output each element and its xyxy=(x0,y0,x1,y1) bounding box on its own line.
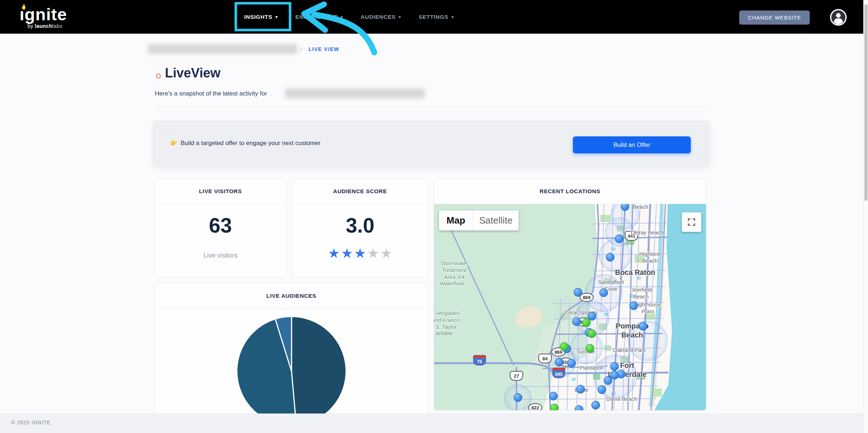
page-footer: © 2025 IGNITE xyxy=(0,413,863,433)
change-website-button[interactable]: CHANGE WEBSITE xyxy=(739,10,810,25)
live-visitors-title: LIVE VISITORS xyxy=(155,179,286,204)
map-terrain xyxy=(434,204,706,411)
audience-score-value: 3.0 xyxy=(292,213,428,237)
top-navbar: ıgnite by launchlabs INSIGHTS▼ENGAGEMENT… xyxy=(0,0,863,34)
map-type-control: Map Satellite xyxy=(439,211,519,230)
logo-byline: by launchlabs xyxy=(27,23,63,29)
nav-item-insights[interactable]: INSIGHTS▼ xyxy=(236,10,287,24)
chevron-down-icon: ▼ xyxy=(398,15,402,19)
breadcrumb-redacted-segment xyxy=(148,44,297,54)
pie-slice-segment-1[interactable] xyxy=(292,317,346,421)
green-location-marker[interactable] xyxy=(586,344,594,353)
blue-location-marker[interactable] xyxy=(597,385,606,394)
divider xyxy=(155,107,710,107)
chevron-down-icon: ▼ xyxy=(451,15,455,19)
blue-location-marker[interactable] xyxy=(591,401,600,409)
green-location-marker[interactable] xyxy=(587,329,596,338)
star-filled-icon: ★ xyxy=(328,247,340,260)
scrollbar-track[interactable] xyxy=(863,0,868,433)
green-location-marker[interactable] xyxy=(560,342,569,351)
offer-banner: 👉Build a targeted offer to engage your n… xyxy=(153,120,710,166)
fullscreen-icon xyxy=(687,218,696,226)
nav-item-audiences[interactable]: AUDIENCES▼ xyxy=(352,10,410,24)
live-visitors-caption: Live visitors xyxy=(155,252,286,259)
blue-location-marker[interactable] xyxy=(604,376,612,385)
live-visitors-value: 63 xyxy=(155,213,286,237)
flame-icon xyxy=(21,3,27,12)
chevron-down-icon: ▼ xyxy=(340,15,344,19)
person-icon xyxy=(830,9,847,26)
ignite-logo[interactable]: ıgnite by launchlabs xyxy=(12,4,69,31)
live-audiences-pie-chart[interactable] xyxy=(235,315,348,421)
user-avatar[interactable] xyxy=(830,9,847,26)
blue-location-marker[interactable] xyxy=(567,359,576,368)
blue-location-marker[interactable] xyxy=(606,253,614,262)
chevron-down-icon: ▼ xyxy=(275,15,279,19)
recent-locations-card: RECENT LOCATIONS xyxy=(434,179,706,411)
page-subtitle: Here's a snapshot of the latest activity… xyxy=(155,90,267,97)
blue-location-marker[interactable] xyxy=(576,385,585,394)
google-map[interactable]: 441869814869838847559527822 BeachDelray … xyxy=(434,204,706,411)
breadcrumb-separator: / xyxy=(301,46,302,52)
blue-location-marker[interactable] xyxy=(572,317,581,326)
green-location-marker[interactable] xyxy=(582,318,591,327)
live-audiences-title: LIVE AUDIENCES xyxy=(155,284,428,309)
blue-location-marker[interactable] xyxy=(639,322,647,331)
star-filled-icon: ★ xyxy=(354,247,366,260)
subtitle-redacted-segment xyxy=(285,89,425,98)
star-filled-icon: ★ xyxy=(341,247,353,260)
blue-location-marker[interactable] xyxy=(549,392,558,400)
map-view-button[interactable]: Map xyxy=(439,211,473,230)
main-nav: INSIGHTS▼ENGAGEMENT▼AUDIENCES▼SETTINGS▼ xyxy=(236,0,463,34)
star-empty-icon: ★ xyxy=(380,247,392,260)
scrollbar-thumb[interactable] xyxy=(864,4,868,201)
blue-location-marker[interactable] xyxy=(629,301,638,310)
live-audiences-card: LIVE AUDIENCES xyxy=(154,283,428,421)
blue-location-marker[interactable] xyxy=(514,393,522,402)
live-indicator-icon xyxy=(156,73,161,78)
blue-location-marker[interactable] xyxy=(615,234,624,243)
offer-banner-text: 👉Build a targeted offer to engage your n… xyxy=(170,139,320,147)
star-rating: ★★★★★ xyxy=(292,247,428,260)
fullscreen-button[interactable] xyxy=(682,212,701,232)
star-empty-icon: ★ xyxy=(367,247,379,260)
build-an-offer-button[interactable]: Build an Offer xyxy=(573,136,691,153)
breadcrumb-live-view[interactable]: LIVE VIEW xyxy=(309,46,339,52)
copyright-text: © 2025 IGNITE xyxy=(11,420,51,425)
blue-location-marker[interactable] xyxy=(599,288,608,297)
recent-locations-title: RECENT LOCATIONS xyxy=(434,179,706,204)
blue-location-marker[interactable] xyxy=(574,288,582,297)
page-title: LiveView xyxy=(165,65,220,81)
blue-location-marker[interactable] xyxy=(555,358,563,366)
green-location-marker[interactable] xyxy=(550,404,559,411)
audience-score-title: AUDIENCE SCORE xyxy=(292,179,428,204)
audience-score-card: AUDIENCE SCORE 3.0 ★★★★★ xyxy=(292,179,428,278)
nav-item-engagement[interactable]: ENGAGEMENT▼ xyxy=(287,10,353,24)
pointing-hand-emoji: 👉 xyxy=(170,140,178,147)
satellite-view-button[interactable]: Satellite xyxy=(473,211,519,230)
nav-item-settings[interactable]: SETTINGS▼ xyxy=(410,10,463,24)
blue-location-marker[interactable] xyxy=(610,362,619,371)
live-visitors-card: LIVE VISITORS 63 Live visitors xyxy=(154,179,286,278)
